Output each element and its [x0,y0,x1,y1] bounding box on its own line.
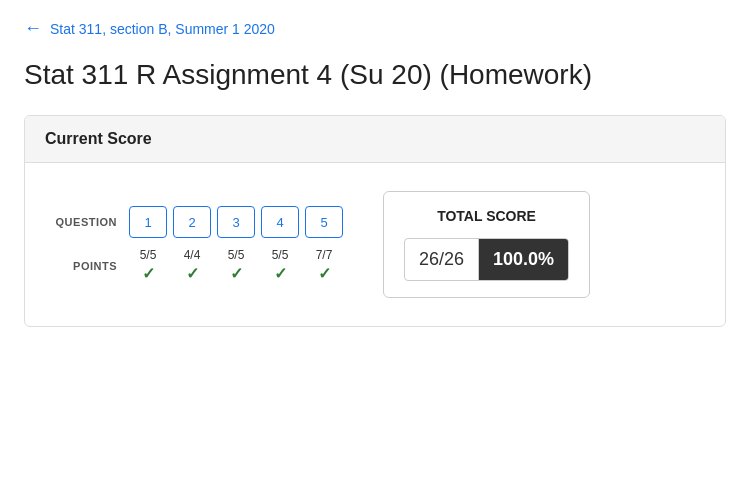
current-score-label: Current Score [45,130,152,147]
points-value-2: 4/4 [184,248,201,262]
points-value-4: 5/5 [272,248,289,262]
back-arrow-icon[interactable]: ← [24,18,42,39]
questions-section: QUESTION 12345 POINTS 5/5✓4/4✓5/5✓5/5✓7/… [49,206,343,283]
question-row: QUESTION 12345 [49,206,343,238]
points-cell-1: 5/5✓ [129,248,167,283]
question-cells: 12345 [129,206,343,238]
score-card-header: Current Score [25,116,725,163]
checkmark-icon-2: ✓ [186,264,199,283]
question-cell-3[interactable]: 3 [217,206,255,238]
page-title: Stat 311 R Assignment 4 (Su 20) (Homewor… [0,49,750,115]
question-row-label: QUESTION [49,216,117,228]
points-cells: 5/5✓4/4✓5/5✓5/5✓7/7✓ [129,248,343,283]
points-row: POINTS 5/5✓4/4✓5/5✓5/5✓7/7✓ [49,248,343,283]
question-cell-4[interactable]: 4 [261,206,299,238]
score-card: Current Score QUESTION 12345 POINTS 5/5✓… [24,115,726,327]
points-row-label: POINTS [49,260,117,272]
points-value-3: 5/5 [228,248,245,262]
checkmark-icon-4: ✓ [274,264,287,283]
points-cell-2: 4/4✓ [173,248,211,283]
total-score-label: TOTAL SCORE [404,208,569,224]
question-cell-5[interactable]: 5 [305,206,343,238]
checkmark-icon-1: ✓ [142,264,155,283]
points-cell-3: 5/5✓ [217,248,255,283]
question-cell-1[interactable]: 1 [129,206,167,238]
breadcrumb-link[interactable]: Stat 311, section B, Summer 1 2020 [50,21,275,37]
breadcrumb-nav: ← Stat 311, section B, Summer 1 2020 [0,0,750,49]
total-score-box: TOTAL SCORE 26/26 100.0% [383,191,590,298]
score-values: 26/26 100.0% [404,238,569,281]
question-cell-2[interactable]: 2 [173,206,211,238]
score-percent: 100.0% [479,239,568,280]
checkmark-icon-3: ✓ [230,264,243,283]
score-card-body: QUESTION 12345 POINTS 5/5✓4/4✓5/5✓5/5✓7/… [25,163,725,326]
checkmark-icon-5: ✓ [318,264,331,283]
points-cell-4: 5/5✓ [261,248,299,283]
points-value-5: 7/7 [316,248,333,262]
points-value-1: 5/5 [140,248,157,262]
points-cell-5: 7/7✓ [305,248,343,283]
score-fraction: 26/26 [405,239,479,280]
